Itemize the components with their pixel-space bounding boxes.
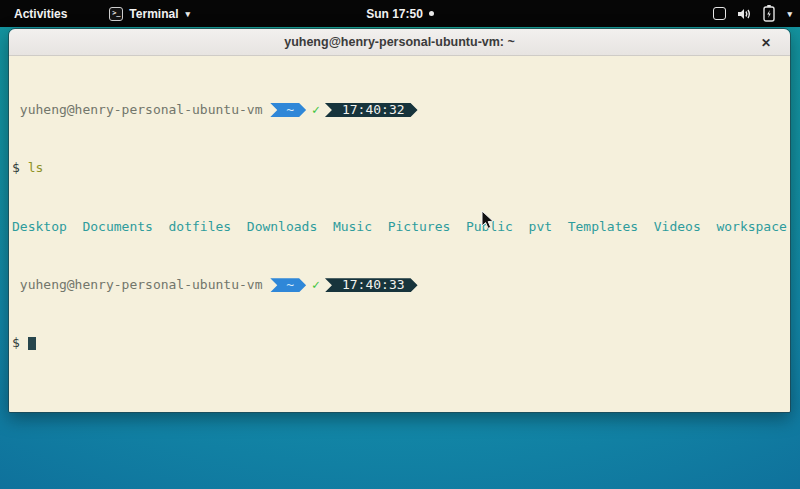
terminal-content[interactable]: yuheng@henry-personal-ubuntu-vm ~ ✓ 17:4… [9, 56, 790, 412]
system-status-area[interactable]: ▾ [713, 0, 792, 27]
window-titlebar[interactable]: yuheng@henry-personal-ubuntu-vm: ~ ✕ [9, 29, 790, 56]
command-line: $ ls [12, 161, 788, 176]
prompt-line: yuheng@henry-personal-ubuntu-vm ~ ✓ 17:4… [12, 103, 788, 118]
app-menu[interactable]: >_ Terminal ▾ [109, 7, 190, 21]
terminal-icon: >_ [109, 7, 123, 21]
desktop: Activities >_ Terminal ▾ Sun 17:50 ▾ [0, 0, 800, 489]
top-bar: Activities >_ Terminal ▾ Sun 17:50 ▾ [0, 0, 800, 27]
prompt-dollar: $ [12, 161, 28, 176]
powerline-time-segment: 17:40:33 [325, 278, 418, 292]
screen-icon [713, 7, 726, 20]
prompt-dollar: $ [12, 336, 28, 351]
current-prompt-line[interactable]: $ [12, 336, 788, 351]
prompt-username: yuheng@henry-personal-ubuntu-vm [12, 278, 270, 293]
status-check-icon: ✓ [312, 103, 320, 118]
prompt-line: yuheng@henry-personal-ubuntu-vm ~ ✓ 17:4… [12, 278, 788, 293]
battery-charging-icon [763, 5, 775, 22]
powerline-path-segment: ~ [270, 278, 306, 292]
terminal-window: yuheng@henry-personal-ubuntu-vm: ~ ✕ yuh… [8, 28, 791, 413]
powerline-path-segment: ~ [270, 103, 306, 117]
chevron-down-icon: ▾ [185, 9, 190, 19]
app-menu-label: Terminal [129, 7, 178, 21]
powerline-time-segment: 17:40:32 [325, 103, 418, 117]
notification-dot-icon [429, 11, 434, 16]
prompt-username: yuheng@henry-personal-ubuntu-vm [12, 103, 270, 118]
typed-command: ls [28, 161, 44, 176]
directory-listing: Desktop Documents dotfiles Downloads Mus… [12, 220, 788, 235]
system-menu-chevron-icon: ▾ [787, 9, 792, 19]
terminal-cursor [28, 337, 36, 350]
close-button[interactable]: ✕ [756, 29, 776, 56]
window-title: yuheng@henry-personal-ubuntu-vm: ~ [284, 35, 515, 49]
clock-label: Sun 17:50 [366, 7, 423, 21]
volume-icon [737, 7, 752, 21]
status-check-icon: ✓ [312, 278, 320, 293]
activities-button[interactable]: Activities [10, 7, 71, 21]
